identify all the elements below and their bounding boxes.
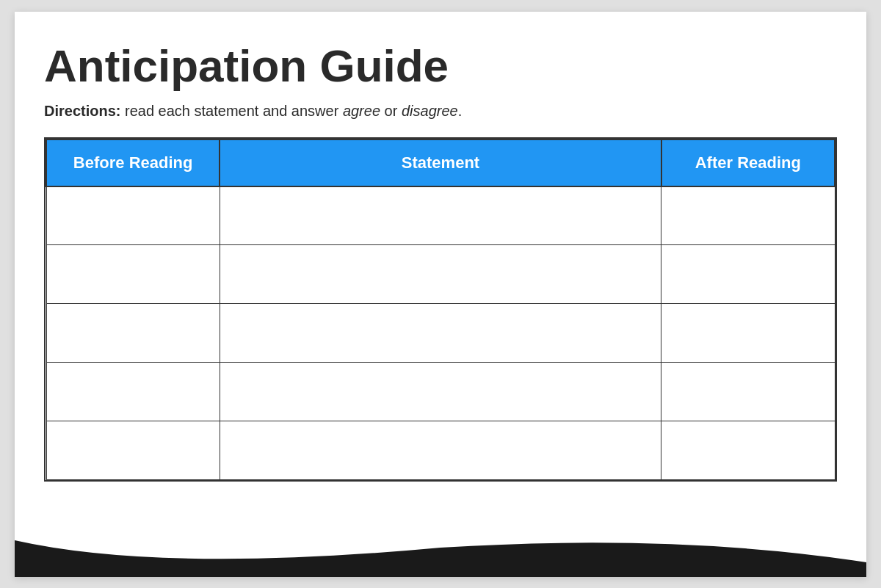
table-row xyxy=(46,304,835,363)
table-row xyxy=(46,186,835,245)
directions-suffix: . xyxy=(458,103,463,119)
guide-table: Before Reading Statement After Reading xyxy=(46,139,835,481)
header-after-reading: After Reading xyxy=(661,139,835,186)
directions-agree: agree xyxy=(343,103,380,119)
table-row xyxy=(46,363,835,421)
row4-after[interactable] xyxy=(661,363,835,421)
row1-before[interactable] xyxy=(46,186,220,245)
row4-before[interactable] xyxy=(46,363,220,421)
table-header-row: Before Reading Statement After Reading xyxy=(46,139,835,186)
header-before-reading: Before Reading xyxy=(46,139,220,186)
directions-body: read each statement and answer xyxy=(120,103,342,119)
table-row xyxy=(46,245,835,304)
row2-statement[interactable] xyxy=(220,245,661,304)
table-body xyxy=(46,186,835,480)
row2-before[interactable] xyxy=(46,245,220,304)
directions-label: Directions: xyxy=(44,103,120,119)
row5-after[interactable] xyxy=(661,421,835,480)
table-row xyxy=(46,421,835,480)
row3-statement[interactable] xyxy=(220,304,661,363)
row5-statement[interactable] xyxy=(220,421,661,480)
row2-after[interactable] xyxy=(661,245,835,304)
page-title: Anticipation Guide xyxy=(44,41,837,91)
row1-statement[interactable] xyxy=(220,186,661,245)
row3-before[interactable] xyxy=(46,304,220,363)
wave-decoration xyxy=(15,533,866,577)
page: Anticipation Guide Directions: read each… xyxy=(15,12,866,577)
directions-disagree: disagree xyxy=(402,103,458,119)
header-statement: Statement xyxy=(220,139,661,186)
row4-statement[interactable] xyxy=(220,363,661,421)
row3-after[interactable] xyxy=(661,304,835,363)
directions-text: Directions: read each statement and answ… xyxy=(44,103,837,120)
row1-after[interactable] xyxy=(661,186,835,245)
anticipation-table: Before Reading Statement After Reading xyxy=(44,137,837,482)
row5-before[interactable] xyxy=(46,421,220,480)
directions-or: or xyxy=(380,103,402,119)
